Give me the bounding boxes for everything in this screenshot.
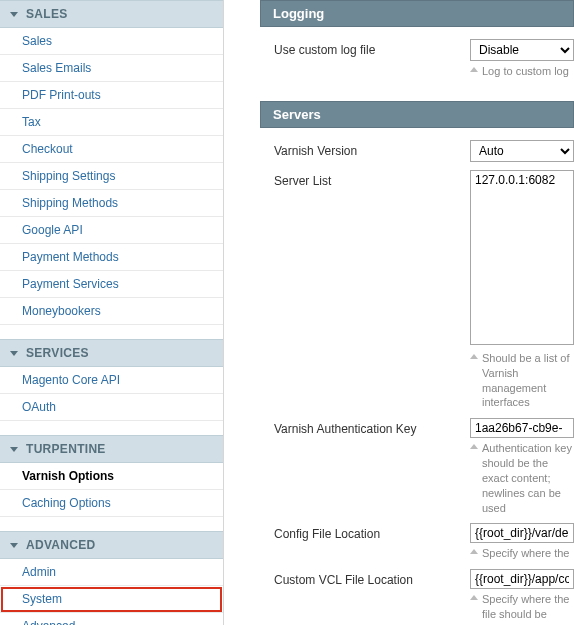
sidebar-item-shipping-methods[interactable]: Shipping Methods xyxy=(0,190,223,217)
label-config-file: Config File Location xyxy=(260,523,470,545)
sidebar-item-pdf-printouts[interactable]: PDF Print-outs xyxy=(0,82,223,109)
label-use-custom-log-file: Use custom log file xyxy=(260,39,470,61)
label-varnish-version: Varnish Version xyxy=(260,140,470,162)
sidebar-item-sales-emails[interactable]: Sales Emails xyxy=(0,55,223,82)
sidebar-item-sales[interactable]: Sales xyxy=(0,28,223,55)
section-header-turpentine[interactable]: TURPENTINE xyxy=(0,435,223,463)
hint-arrow-icon xyxy=(470,67,478,72)
section-header-services[interactable]: SERVICES xyxy=(0,339,223,367)
section-header-sales[interactable]: SALES xyxy=(0,0,223,28)
select-varnish-version[interactable]: Auto xyxy=(470,140,574,162)
section-title: SALES xyxy=(26,7,68,21)
sidebar-item-admin[interactable]: Admin xyxy=(0,559,223,586)
select-use-custom-log-file[interactable]: Disable xyxy=(470,39,574,61)
input-auth-key[interactable] xyxy=(470,418,574,438)
section-title: ADVANCED xyxy=(26,538,96,552)
hint-auth-key: Authentication key should be the exact c… xyxy=(470,438,574,515)
label-server-list: Server List xyxy=(260,170,470,192)
sidebar-item-system[interactable]: System xyxy=(0,586,223,613)
panel-body-logging: Use custom log file Disable Log to custo… xyxy=(260,27,574,101)
sidebar-item-oauth[interactable]: OAuth xyxy=(0,394,223,421)
sidebar-item-google-api[interactable]: Google API xyxy=(0,217,223,244)
chevron-down-icon xyxy=(10,447,18,452)
sidebar-item-magento-core-api[interactable]: Magento Core API xyxy=(0,367,223,394)
textarea-server-list[interactable] xyxy=(470,170,574,345)
hint-config-file: Specify where the xyxy=(470,543,574,561)
hint-arrow-icon xyxy=(470,595,478,600)
input-config-file[interactable] xyxy=(470,523,574,543)
section-header-advanced[interactable]: ADVANCED xyxy=(0,531,223,559)
chevron-down-icon xyxy=(10,12,18,17)
panel-body-servers: Varnish Version Auto Server List Should … xyxy=(260,128,574,625)
main-content: Logging Use custom log file Disable Log … xyxy=(224,0,574,625)
sidebar-item-payment-methods[interactable]: Payment Methods xyxy=(0,244,223,271)
chevron-down-icon xyxy=(10,351,18,356)
sidebar-item-checkout[interactable]: Checkout xyxy=(0,136,223,163)
label-custom-vcl: Custom VCL File Location xyxy=(260,569,470,591)
sidebar-item-caching-options[interactable]: Caching Options xyxy=(0,490,223,517)
hint-arrow-icon xyxy=(470,549,478,554)
sidebar-item-moneybookers[interactable]: Moneybookers xyxy=(0,298,223,325)
hint-use-custom-log-file: Log to custom log xyxy=(470,61,574,79)
section-title: TURPENTINE xyxy=(26,442,106,456)
sidebar-item-payment-services[interactable]: Payment Services xyxy=(0,271,223,298)
sidebar-item-shipping-settings[interactable]: Shipping Settings xyxy=(0,163,223,190)
hint-arrow-icon xyxy=(470,354,478,359)
sidebar-item-varnish-options[interactable]: Varnish Options xyxy=(0,463,223,490)
chevron-down-icon xyxy=(10,543,18,548)
section-title: SERVICES xyxy=(26,346,89,360)
hint-custom-vcl: Specify where the file should be saved xyxy=(470,589,574,625)
hint-server-list: Should be a list of Varnish management i… xyxy=(470,348,574,410)
panel-header-servers[interactable]: Servers xyxy=(260,101,574,128)
sidebar-item-advanced[interactable]: Advanced xyxy=(0,613,223,625)
hint-arrow-icon xyxy=(470,444,478,449)
panel-header-logging[interactable]: Logging xyxy=(260,0,574,27)
label-auth-key: Varnish Authentication Key xyxy=(260,418,470,440)
sidebar-item-tax[interactable]: Tax xyxy=(0,109,223,136)
input-custom-vcl[interactable] xyxy=(470,569,574,589)
sidebar: SALES Sales Sales Emails PDF Print-outs … xyxy=(0,0,224,625)
